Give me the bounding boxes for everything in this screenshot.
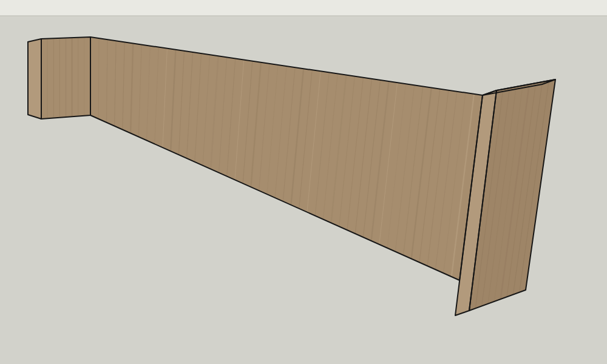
left-panel-end-face[interactable] (28, 39, 41, 119)
modeling-viewport[interactable] (0, 0, 607, 364)
viewport-sky-band (0, 0, 607, 16)
viewport-canvas[interactable] (0, 0, 607, 364)
